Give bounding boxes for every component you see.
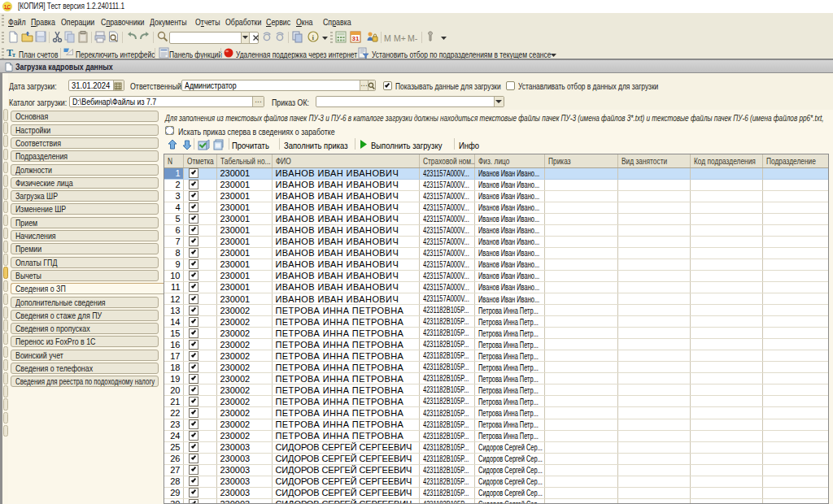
svg-text:31: 31 xyxy=(352,35,360,42)
svg-text:т: т xyxy=(12,51,15,58)
